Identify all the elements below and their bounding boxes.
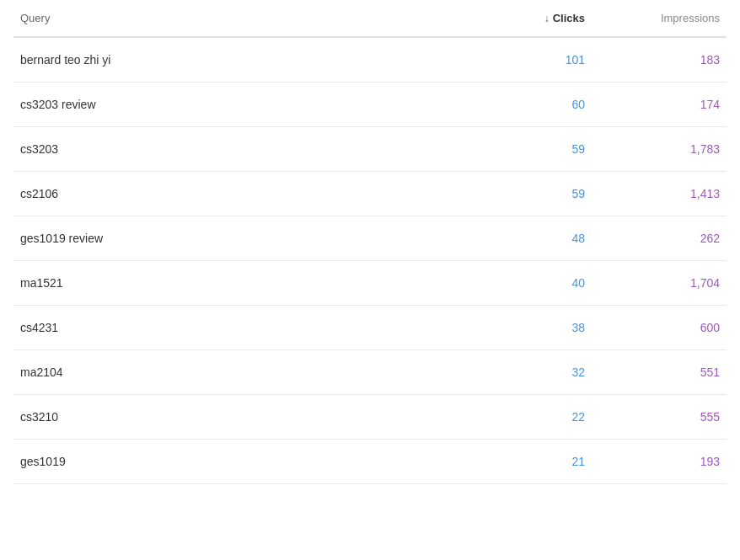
row-clicks: 38 bbox=[450, 321, 585, 334]
row-impressions: 1,783 bbox=[585, 142, 720, 156]
row-impressions: 555 bbox=[585, 410, 720, 424]
row-query: ma2104 bbox=[20, 365, 450, 379]
row-query: ges1019 bbox=[20, 455, 450, 468]
row-impressions: 262 bbox=[585, 232, 720, 245]
row-clicks: 22 bbox=[450, 410, 585, 424]
row-query: cs3203 review bbox=[20, 98, 450, 111]
row-query: ges1019 review bbox=[20, 232, 450, 245]
table-row[interactable]: ges101921193 bbox=[13, 440, 727, 484]
row-query: cs3210 bbox=[20, 410, 450, 424]
row-impressions: 174 bbox=[585, 98, 720, 111]
row-clicks: 101 bbox=[450, 53, 585, 67]
row-impressions: 600 bbox=[585, 321, 720, 334]
row-clicks: 60 bbox=[450, 98, 585, 111]
table-row[interactable]: ma1521401,704 bbox=[13, 261, 727, 306]
row-impressions: 183 bbox=[585, 53, 720, 67]
table-header: Query ↓ Clicks Impressions bbox=[13, 0, 727, 38]
header-query[interactable]: Query bbox=[20, 12, 450, 24]
header-clicks[interactable]: ↓ Clicks bbox=[450, 12, 585, 24]
row-query: cs2106 bbox=[20, 187, 450, 200]
table-row[interactable]: cs3203591,783 bbox=[13, 127, 727, 172]
table-row[interactable]: cs2106591,413 bbox=[13, 172, 727, 216]
clicks-label: Clicks bbox=[553, 12, 585, 24]
row-clicks: 21 bbox=[450, 455, 585, 468]
row-clicks: 48 bbox=[450, 232, 585, 245]
search-table: Query ↓ Clicks Impressions bernard teo z… bbox=[0, 0, 740, 484]
table-row[interactable]: ges1019 review48262 bbox=[13, 216, 727, 261]
row-clicks: 59 bbox=[450, 187, 585, 200]
table-row[interactable]: bernard teo zhi yi101183 bbox=[13, 38, 727, 83]
row-impressions: 1,704 bbox=[585, 276, 720, 290]
row-query: cs3203 bbox=[20, 142, 450, 156]
sort-icon: ↓ bbox=[544, 13, 550, 24]
row-clicks: 40 bbox=[450, 276, 585, 290]
row-query: cs4231 bbox=[20, 321, 450, 334]
table-body: bernard teo zhi yi101183cs3203 review601… bbox=[13, 38, 727, 484]
row-query: ma1521 bbox=[20, 276, 450, 290]
row-query: bernard teo zhi yi bbox=[20, 53, 450, 67]
row-clicks: 59 bbox=[450, 142, 585, 156]
row-impressions: 551 bbox=[585, 365, 720, 379]
table-row[interactable]: cs3203 review60174 bbox=[13, 83, 727, 127]
row-impressions: 1,413 bbox=[585, 187, 720, 200]
row-impressions: 193 bbox=[585, 455, 720, 468]
table-row[interactable]: ma210432551 bbox=[13, 350, 727, 395]
header-impressions[interactable]: Impressions bbox=[585, 12, 720, 24]
row-clicks: 32 bbox=[450, 365, 585, 379]
table-row[interactable]: cs423138600 bbox=[13, 306, 727, 350]
table-row[interactable]: cs321022555 bbox=[13, 395, 727, 440]
